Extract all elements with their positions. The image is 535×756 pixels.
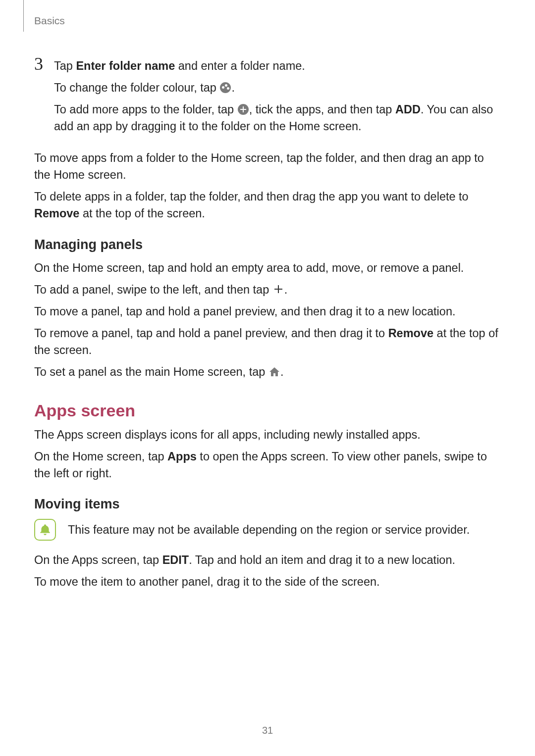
text: To add a panel, swipe to the left, and t… (34, 283, 272, 296)
step-line-3: To add more apps to the folder, tap , ti… (54, 101, 500, 135)
text: . Tap and hold an item and drag it to a … (189, 554, 455, 566)
heading-moving-items: Moving items (34, 497, 500, 512)
text: Tap (54, 59, 76, 72)
para-delete: To delete apps in a folder, tap the fold… (34, 188, 500, 222)
managing-p3: To move a panel, tap and hold a panel pr… (34, 303, 500, 320)
text: To delete apps in a folder, tap the fold… (34, 190, 469, 203)
bold-text: EDIT (162, 554, 189, 566)
plus-icon (272, 283, 284, 295)
apps-p1: The Apps screen displays icons for all a… (34, 426, 500, 443)
heading-managing-panels: Managing panels (34, 237, 500, 252)
bold-text: Enter folder name (76, 59, 175, 72)
managing-p4: To remove a panel, tap and hold a panel … (34, 325, 500, 358)
bold-text: Remove (34, 207, 79, 220)
text: To add more apps to the folder, tap (54, 103, 237, 116)
moving-p2: To move the item to another panel, drag … (34, 573, 500, 590)
managing-p1: On the Home screen, tap and hold an empt… (34, 259, 500, 276)
bold-text: Apps (167, 450, 197, 463)
step-line-1: Tap Enter folder name and enter a folder… (54, 57, 500, 74)
section-title: Basics (34, 15, 65, 27)
page-content: 3 Tap Enter folder name and enter a fold… (34, 50, 500, 595)
note-row: This feature may not be available depend… (34, 519, 500, 541)
step-3: 3 Tap Enter folder name and enter a fold… (34, 53, 500, 140)
para-move-out: To move apps from a folder to the Home s… (34, 150, 500, 183)
heading-apps-screen: Apps screen (34, 401, 500, 420)
text: To set a panel as the main Home screen, … (34, 365, 268, 378)
text: , tick the apps, and then tap (249, 103, 395, 116)
bold-text: Remove (388, 327, 433, 340)
step-number: 3 (34, 53, 54, 74)
text: To remove a panel, tap and hold a panel … (34, 327, 388, 340)
step-line-2: To change the folder colour, tap . (54, 79, 500, 96)
text: . (231, 81, 235, 94)
palette-icon (219, 82, 231, 94)
managing-p5: To set a panel as the main Home screen, … (34, 363, 500, 380)
bold-text: ADD (395, 103, 421, 116)
note-bell-icon (34, 519, 56, 541)
managing-p2: To add a panel, swipe to the left, and t… (34, 281, 500, 298)
apps-p2: On the Home screen, tap Apps to open the… (34, 448, 500, 482)
page-header: Basics (23, 0, 489, 32)
text: On the Home screen, tap (34, 450, 167, 463)
text: On the Apps screen, tap (34, 554, 162, 566)
text: . (284, 283, 288, 296)
text: To change the folder colour, tap (54, 81, 219, 94)
text: . (280, 365, 284, 378)
home-icon (268, 366, 280, 378)
page-number: 31 (0, 725, 535, 736)
text: at the top of the screen. (79, 207, 205, 220)
note-text: This feature may not be available depend… (68, 521, 470, 538)
add-circle-icon (237, 103, 249, 115)
moving-p1: On the Apps screen, tap EDIT. Tap and ho… (34, 552, 500, 568)
header-divider (23, 0, 24, 32)
step-body: Tap Enter folder name and enter a folder… (54, 54, 500, 140)
text: and enter a folder name. (175, 59, 305, 72)
